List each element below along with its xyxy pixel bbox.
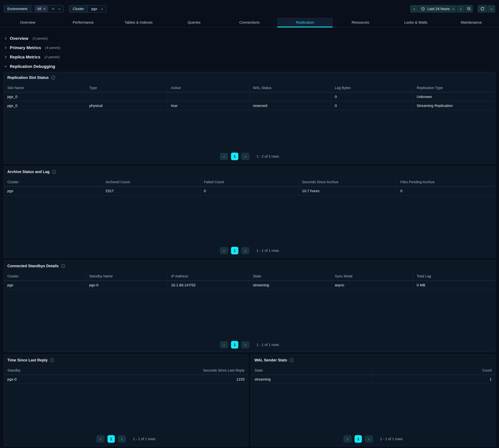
environment-filter: Environment All × × bbox=[4, 5, 64, 13]
pagination: ‹ 1 › 1 - 1 of 1 rows bbox=[251, 435, 495, 443]
bottom-panel-row: Time Since Last Reply i Standby Seconds … bbox=[4, 354, 495, 446]
panel-header: WAL Sender Stats i bbox=[251, 358, 495, 362]
time-shift-forward-button[interactable]: › bbox=[457, 5, 465, 13]
table-cell: Unknown bbox=[413, 92, 495, 101]
wal-sender-table: State Count streaming 1 bbox=[251, 366, 495, 384]
clear-filter-icon[interactable]: × bbox=[52, 7, 54, 11]
column-header: Files Pending Archive bbox=[397, 178, 495, 187]
info-icon[interactable]: i bbox=[61, 264, 65, 268]
next-page-button[interactable]: › bbox=[241, 341, 250, 348]
column-header: Sync Mode bbox=[331, 272, 413, 281]
time-shift-back-button[interactable]: ‹ bbox=[410, 5, 418, 13]
table-cell: 0 MB bbox=[413, 281, 495, 290]
chevron-down-icon[interactable] bbox=[58, 7, 60, 10]
tab-locks-waits[interactable]: Locks & Waits bbox=[388, 18, 444, 27]
previous-page-button[interactable]: ‹ bbox=[220, 341, 228, 348]
panel-header: Connected Standbys Details i bbox=[4, 264, 495, 268]
chevron-right-icon: › bbox=[121, 437, 122, 441]
panel-connected-standbys: Connected Standbys Details i Cluster Sta… bbox=[4, 260, 495, 352]
table-cell: Streaming Replication bbox=[413, 101, 495, 110]
remove-value-icon[interactable]: × bbox=[43, 7, 46, 11]
column-header: Total Lag bbox=[413, 272, 495, 281]
table-cell: pgx bbox=[4, 187, 102, 195]
pagination: ‹ 1 › 1 - 1 of 1 rows bbox=[4, 341, 495, 349]
tab-resources[interactable]: Resources bbox=[333, 18, 388, 27]
time-range-button[interactable]: Last 24 hours bbox=[418, 5, 456, 13]
table-cell: streaming bbox=[251, 375, 373, 384]
chevron-right-icon bbox=[4, 47, 6, 49]
environment-selected-pill[interactable]: All × bbox=[35, 6, 48, 12]
info-icon[interactable]: i bbox=[52, 170, 56, 174]
column-header: WAL Status bbox=[250, 83, 331, 92]
cluster-filter: Cluster pgx bbox=[69, 5, 106, 13]
chevron-down-icon[interactable] bbox=[101, 7, 103, 10]
table-cell: 1 bbox=[373, 375, 495, 384]
panel-area: Replication Slot Status i Slot Name Type… bbox=[0, 71, 499, 448]
section-overview[interactable]: Overview (3 panels) bbox=[0, 34, 499, 43]
column-header: Cluster bbox=[4, 178, 102, 187]
chevron-left-icon: ‹ bbox=[223, 342, 225, 347]
next-page-button[interactable]: › bbox=[241, 247, 250, 254]
tab-overview[interactable]: Overview bbox=[0, 18, 55, 27]
column-header: Replication Type bbox=[413, 83, 495, 92]
zoom-out-icon bbox=[467, 7, 471, 11]
page-number-button[interactable]: 1 bbox=[231, 153, 238, 160]
info-icon[interactable]: i bbox=[51, 76, 55, 80]
panel-title: Archive Status and Lag bbox=[7, 170, 50, 174]
pagination: ‹ 1 › 1 - 1 of 1 rows bbox=[4, 247, 495, 254]
dashboard-tabs: Overview Performance Tables & Indexes Qu… bbox=[0, 18, 499, 27]
table-cell: pgx-0 bbox=[86, 281, 168, 290]
tab-tables-indexes[interactable]: Tables & Indexes bbox=[111, 18, 166, 27]
cluster-filter-label: Cluster bbox=[69, 5, 88, 12]
tab-queries[interactable]: Queries bbox=[166, 18, 222, 27]
previous-page-button[interactable]: ‹ bbox=[97, 435, 104, 443]
page-number-button[interactable]: 1 bbox=[107, 435, 115, 443]
chevron-down-icon bbox=[490, 7, 493, 10]
table-cell bbox=[168, 92, 250, 101]
table-cell: async bbox=[331, 281, 413, 290]
tab-replication[interactable]: Replication bbox=[277, 18, 333, 27]
next-page-button[interactable]: › bbox=[118, 435, 126, 443]
page-number-button[interactable]: 1 bbox=[231, 341, 238, 349]
column-header: Standby Name bbox=[86, 272, 168, 281]
table-cell: reserved bbox=[250, 101, 331, 110]
table-cell: 0 bbox=[397, 187, 495, 195]
tab-maintenance[interactable]: Maintenance bbox=[444, 18, 499, 27]
chevron-right-icon: › bbox=[460, 7, 462, 11]
previous-page-button[interactable]: ‹ bbox=[220, 247, 228, 254]
next-page-button[interactable]: › bbox=[241, 153, 250, 160]
refresh-interval-dropdown[interactable] bbox=[487, 5, 495, 13]
archive-status-table: Cluster Archived Count Failed Count Seco… bbox=[4, 178, 495, 195]
tab-performance[interactable]: Performance bbox=[55, 18, 111, 27]
section-primary-metrics[interactable]: Primary Metrics (4 panels) bbox=[0, 43, 499, 52]
next-page-button[interactable]: › bbox=[365, 435, 373, 443]
cluster-filter-value[interactable]: pgx bbox=[88, 5, 106, 12]
tab-connections[interactable]: Connections bbox=[222, 18, 277, 27]
refresh-button[interactable] bbox=[478, 5, 487, 13]
column-header: Slot Name bbox=[4, 83, 86, 92]
section-replica-metrics[interactable]: Replica Metrics (2 panels) bbox=[0, 52, 499, 62]
page-number-button[interactable]: 1 bbox=[231, 247, 238, 254]
table-cell: streaming bbox=[250, 281, 331, 290]
chevron-right-icon bbox=[4, 56, 6, 58]
column-header: IP Address bbox=[168, 272, 250, 281]
section-label: Replica Metrics bbox=[10, 55, 40, 59]
table-cell: pgx-0 bbox=[4, 375, 126, 384]
info-icon[interactable]: i bbox=[290, 358, 294, 362]
connected-standbys-table: Cluster Standby Name IP Address State Sy… bbox=[4, 272, 495, 290]
chevron-down-icon bbox=[452, 7, 454, 10]
section-replication-debugging[interactable]: Replication Debugging bbox=[0, 62, 499, 71]
info-icon[interactable]: i bbox=[50, 358, 54, 362]
environment-filter-value[interactable]: All × × bbox=[31, 5, 64, 12]
table-cell: pgx_0 bbox=[4, 92, 86, 101]
previous-page-button[interactable]: ‹ bbox=[344, 435, 351, 443]
panel-header: Archive Status and Lag i bbox=[4, 170, 495, 174]
panel-title: Connected Standbys Details bbox=[7, 264, 59, 268]
previous-page-button[interactable]: ‹ bbox=[220, 153, 228, 160]
zoom-out-button[interactable] bbox=[465, 5, 473, 13]
section-panel-count: (2 panels) bbox=[45, 55, 60, 59]
panel-archive-status: Archive Status and Lag i Cluster Archive… bbox=[4, 166, 495, 258]
rows-count-label: 1 - 1 of 1 rows bbox=[256, 249, 279, 253]
page-number-button[interactable]: 1 bbox=[354, 435, 362, 443]
table-cell bbox=[250, 92, 331, 101]
